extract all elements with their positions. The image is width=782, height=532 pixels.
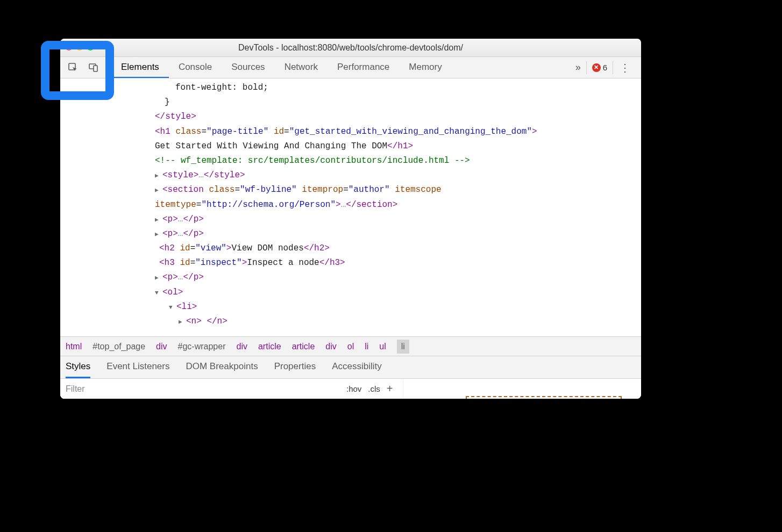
minimize-window-button[interactable] — [76, 44, 83, 51]
crumb-gc-wrapper[interactable]: #gc-wrapper — [178, 342, 226, 351]
titlebar: DevTools - localhost:8080/web/tools/chro… — [60, 39, 641, 57]
error-badge[interactable]: ✕ 6 — [586, 61, 607, 74]
device-toolbar-icon[interactable] — [87, 61, 100, 74]
more-tabs-icon[interactable]: » — [575, 62, 581, 73]
maximize-window-button[interactable] — [87, 44, 94, 51]
tab-network[interactable]: Network — [275, 57, 328, 78]
dom-line[interactable]: ▶<p>…</p> — [62, 270, 641, 285]
dom-line[interactable]: ▶<p>…</p> — [62, 212, 641, 227]
styles-toolbar: :hov .cls + — [60, 378, 641, 399]
toolbar-left-group — [65, 57, 106, 78]
tab-sources[interactable]: Sources — [222, 57, 274, 78]
crumb-article[interactable]: article — [258, 342, 281, 351]
tab-performance[interactable]: Performance — [328, 57, 399, 78]
new-style-rule-button[interactable]: + — [387, 383, 396, 395]
crumb-top-of-page[interactable]: #top_of_page — [93, 342, 145, 351]
tab-console[interactable]: Console — [169, 57, 222, 78]
subtab-event-listeners[interactable]: Event Listeners — [106, 356, 169, 378]
crumb-html[interactable]: html — [66, 342, 82, 351]
crumb-li-selected[interactable]: li — [397, 340, 409, 354]
settings-menu-icon[interactable]: ⋮ — [613, 61, 634, 74]
toolbar-right-group: » ✕ 6 ⋮ — [572, 61, 637, 74]
window-title: DevTools - localhost:8080/web/tools/chro… — [238, 43, 463, 53]
svg-rect-2 — [94, 66, 97, 71]
dom-breadcrumbs: html #top_of_page div #gc-wrapper div ar… — [60, 336, 641, 356]
dom-line[interactable]: <h3 id="inspect">Inspect a node</h3> — [62, 256, 641, 270]
styles-buttons: :hov .cls + — [340, 379, 403, 399]
panel-tabs: Elements Console Sources Network Perform… — [111, 57, 452, 78]
crumb-article[interactable]: article — [292, 342, 315, 351]
error-count: 6 — [603, 63, 607, 72]
main-toolbar: Elements Console Sources Network Perform… — [60, 57, 641, 78]
dom-line[interactable]: ▶<section class="wf-byline" itemprop="au… — [62, 183, 641, 212]
devtools-window: DevTools - localhost:8080/web/tools/chro… — [60, 39, 641, 399]
crumb-div[interactable]: div — [325, 342, 336, 351]
subtab-properties[interactable]: Properties — [274, 356, 316, 378]
subtab-accessibility[interactable]: Accessibility — [332, 356, 382, 378]
elements-panel[interactable]: font-weight: bold; } </style> <h1 class=… — [60, 78, 641, 336]
subtab-dom-breakpoints[interactable]: DOM Breakpoints — [186, 356, 258, 378]
dom-line[interactable]: <!-- wf_template: src/templates/contribu… — [62, 154, 641, 168]
subtab-styles[interactable]: Styles — [66, 356, 90, 378]
cls-button[interactable]: .cls — [368, 384, 380, 393]
styles-filter-input[interactable] — [60, 379, 340, 399]
dom-line[interactable]: } — [62, 95, 641, 110]
box-model-dashed — [466, 396, 622, 399]
crumb-ol[interactable]: ol — [347, 342, 354, 351]
dom-line[interactable]: ▶<style>…</style> — [62, 168, 641, 183]
crumb-ul[interactable]: ul — [379, 342, 386, 351]
styles-subtabs: Styles Event Listeners DOM Breakpoints P… — [60, 356, 641, 378]
traffic-lights — [66, 44, 94, 51]
dom-line[interactable]: </style> — [62, 110, 641, 124]
dom-line[interactable]: <h1 class="page-title" id="get_started_w… — [62, 125, 641, 139]
hov-button[interactable]: :hov — [346, 384, 361, 393]
dom-line[interactable]: ▼<ol> — [62, 285, 641, 300]
dom-line[interactable]: font-weight: bold; — [62, 81, 641, 95]
tab-elements[interactable]: Elements — [111, 57, 169, 78]
inspect-element-icon[interactable] — [67, 61, 80, 74]
dom-line[interactable]: Get Started With Viewing And Changing Th… — [62, 139, 641, 154]
close-window-button[interactable] — [66, 44, 72, 51]
dom-line[interactable]: <h2 id="view">View DOM nodes</h2> — [62, 241, 641, 256]
tab-memory[interactable]: Memory — [399, 57, 451, 78]
dom-line[interactable]: ▼<li> — [62, 300, 641, 314]
error-icon: ✕ — [592, 63, 601, 72]
dom-line[interactable]: ▶<p>…</p> — [62, 227, 641, 241]
crumb-li[interactable]: li — [365, 342, 368, 351]
dom-line[interactable]: ▶<n> </n> — [62, 314, 641, 329]
crumb-div[interactable]: div — [156, 342, 167, 351]
crumb-div[interactable]: div — [237, 342, 247, 351]
